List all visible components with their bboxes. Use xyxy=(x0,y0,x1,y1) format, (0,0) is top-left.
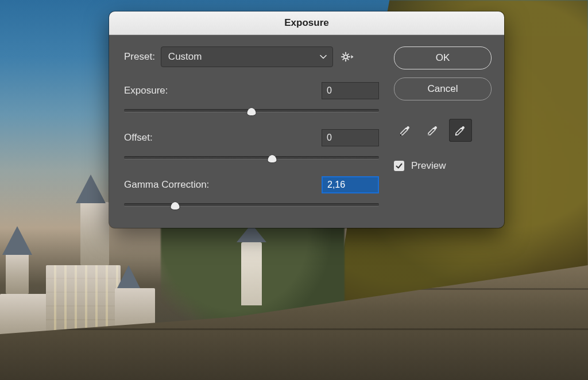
eyedropper-white-button[interactable] xyxy=(449,119,472,142)
dialog-titlebar[interactable]: Exposure xyxy=(109,11,504,35)
gamma-label: Gamma Correction: xyxy=(124,179,209,191)
exposure-param: Exposure: xyxy=(124,82,379,117)
preview-checkbox[interactable] xyxy=(394,161,404,171)
chevron-down-icon xyxy=(320,55,327,59)
ok-button-label: OK xyxy=(436,52,450,64)
exposure-slider[interactable] xyxy=(124,105,379,117)
svg-line-7 xyxy=(343,59,344,60)
check-icon xyxy=(395,162,403,170)
preset-label: Preset: xyxy=(124,51,155,63)
dialog-title: Exposure xyxy=(284,17,328,29)
svg-line-6 xyxy=(347,59,349,60)
gear-icon xyxy=(341,52,354,62)
eyedropper-black-button[interactable] xyxy=(394,119,417,142)
offset-input[interactable] xyxy=(322,129,379,146)
svg-line-5 xyxy=(343,54,344,55)
eyedropper-group xyxy=(394,119,492,142)
slider-thumb[interactable] xyxy=(266,154,278,164)
svg-point-9 xyxy=(400,134,401,135)
preset-select[interactable]: Custom xyxy=(161,46,333,67)
preview-label: Preview xyxy=(411,160,446,172)
offset-param: Offset: xyxy=(124,129,379,164)
cancel-button[interactable]: Cancel xyxy=(394,77,492,100)
eyedropper-icon xyxy=(454,123,467,137)
eyedropper-icon xyxy=(399,123,412,137)
slider-thumb[interactable] xyxy=(246,107,257,117)
slider-thumb[interactable] xyxy=(169,201,181,211)
svg-line-8 xyxy=(347,54,349,55)
svg-point-11 xyxy=(455,134,457,135)
gamma-input[interactable] xyxy=(322,176,379,193)
exposure-label: Exposure: xyxy=(124,85,168,96)
ok-button[interactable]: OK xyxy=(394,46,492,69)
offset-label: Offset: xyxy=(124,132,153,144)
preset-value: Custom xyxy=(168,51,202,63)
eyedropper-icon xyxy=(426,123,440,137)
exposure-dialog: Exposure Preset: Custom xyxy=(109,11,504,228)
eyedropper-gray-button[interactable] xyxy=(421,119,444,142)
svg-point-0 xyxy=(344,55,347,59)
preset-options-button[interactable] xyxy=(339,48,356,65)
slider-track xyxy=(124,156,379,160)
slider-track xyxy=(124,203,379,207)
offset-slider[interactable] xyxy=(124,152,379,164)
svg-point-10 xyxy=(428,134,429,135)
cancel-button-label: Cancel xyxy=(428,83,458,95)
gamma-slider[interactable] xyxy=(124,199,379,211)
exposure-input[interactable] xyxy=(322,82,379,99)
gamma-param: Gamma Correction: xyxy=(124,176,379,211)
